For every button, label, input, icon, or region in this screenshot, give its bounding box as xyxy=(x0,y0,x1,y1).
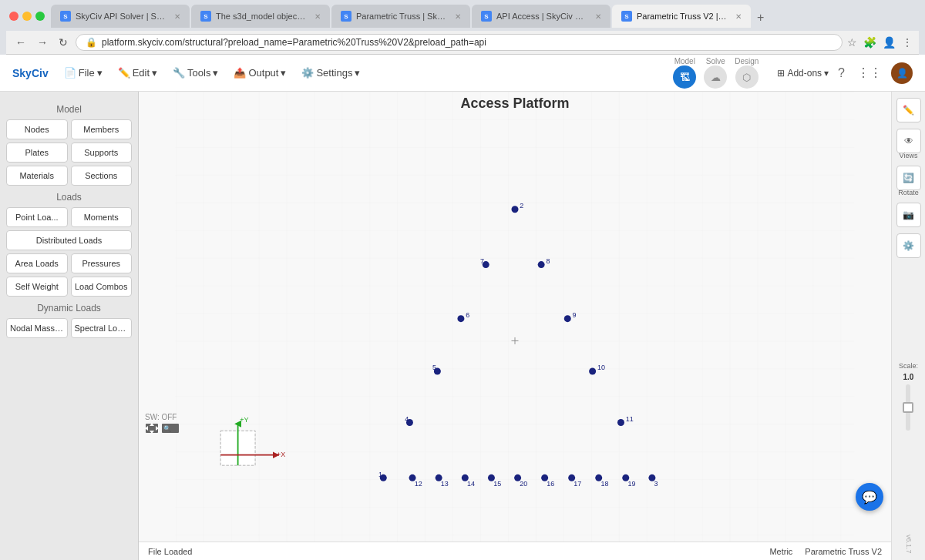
scale-value-display: 1.0 xyxy=(903,373,914,381)
pressures-button[interactable]: Pressures xyxy=(71,253,133,273)
avatar-initial: 👤 xyxy=(896,68,908,79)
node-10-dot[interactable] xyxy=(589,367,596,374)
tools-menu-button[interactable]: 🔧 Tools ▾ xyxy=(166,64,224,82)
tab-1-favicon: S xyxy=(60,11,71,22)
tab-3[interactable]: S Parametric Truss | SkyCiv ✕ xyxy=(331,5,470,28)
model-section-label: Model xyxy=(6,104,132,115)
reload-button[interactable]: ↻ xyxy=(56,35,71,50)
tab-4-close[interactable]: ✕ xyxy=(595,12,601,21)
point-loads-button[interactable]: Point Loa... xyxy=(6,207,68,227)
settings-button-wrapper: ⚙️ xyxy=(896,233,921,258)
tools-label: Tools xyxy=(187,67,210,79)
node-6-dot[interactable] xyxy=(457,315,464,322)
tab-3-favicon: S xyxy=(341,11,352,22)
canvas-settings-button[interactable]: ⚙️ xyxy=(896,233,921,258)
node-20-label: 20 xyxy=(520,480,527,488)
node-14-label: 14 xyxy=(467,480,475,488)
tab-1-close[interactable]: ✕ xyxy=(174,12,180,21)
new-tab-button[interactable]: + xyxy=(752,11,769,25)
rotate-button-wrapper: 🔄 Rotate xyxy=(896,166,921,196)
node-11-dot[interactable] xyxy=(617,419,624,426)
scale-slider[interactable] xyxy=(906,384,910,431)
distributed-loads-button[interactable]: Distributed Loads xyxy=(6,230,132,250)
output-menu-button[interactable]: 📤 Output ▾ xyxy=(227,64,292,82)
scale-section: Scale: 1.0 xyxy=(899,362,918,431)
tab-5-favicon: S xyxy=(621,11,632,22)
rotate-label: Rotate xyxy=(898,189,919,196)
profile-button[interactable]: 👤 xyxy=(883,36,896,49)
design-label: Design xyxy=(735,57,758,65)
supports-button[interactable]: Supports xyxy=(71,143,133,163)
tab-5[interactable]: S Parametric Truss V2 | SkyCiv ✕ xyxy=(612,5,751,28)
design-mode-button[interactable]: ⬡ xyxy=(735,65,758,89)
edit-menu-button[interactable]: ✏️ Edit ▾ xyxy=(112,64,163,82)
model-mode-button[interactable]: 🏗 xyxy=(673,65,696,89)
sw-indicator: SW: OFF xyxy=(145,413,180,434)
forward-button[interactable]: → xyxy=(34,35,51,50)
lock-icon: 🔒 xyxy=(86,37,97,48)
node-9-dot[interactable] xyxy=(564,315,571,322)
node-4-label: 4 xyxy=(405,415,409,423)
address-bar[interactable]: 🔒 platform.skyciv.com/structural?preload… xyxy=(76,34,843,51)
moments-button[interactable]: Moments xyxy=(71,207,133,227)
help-button[interactable]: ? xyxy=(835,63,848,83)
maximize-window-btn[interactable] xyxy=(35,12,45,21)
user-avatar[interactable]: 👤 xyxy=(891,62,913,84)
loads-buttons-row4: Self Weight Load Combos xyxy=(6,277,132,297)
self-weight-button[interactable]: Self Weight xyxy=(6,277,68,297)
node-8-dot[interactable] xyxy=(538,261,545,268)
dynamic-buttons: Nodal Masses Spectral Loads xyxy=(6,318,132,338)
sections-button[interactable]: Sections xyxy=(71,166,133,186)
model-name-status: Parametric Truss V2 xyxy=(805,547,882,556)
views-button[interactable]: 👁 xyxy=(896,129,921,153)
tab-5-close[interactable]: ✕ xyxy=(735,12,742,21)
tab-3-close[interactable]: ✕ xyxy=(455,12,461,21)
spectral-loads-button[interactable]: Spectral Loads xyxy=(71,318,133,338)
rotate-button[interactable]: 🔄 xyxy=(896,166,921,190)
output-chevron: ▾ xyxy=(281,67,286,79)
tab-2-close[interactable]: ✕ xyxy=(314,12,321,21)
browser-top: S SkyCiv API Solver | SkyCiv Pl... ✕ S T… xyxy=(0,0,925,55)
node-16-label: 16 xyxy=(547,480,554,488)
tab-3-label: Parametric Truss | SkyCiv xyxy=(356,12,447,21)
node-19-label: 19 xyxy=(627,480,635,488)
node-7-label: 7 xyxy=(480,257,484,265)
solve-mode-button[interactable]: ☁ xyxy=(704,65,727,89)
scale-text-label: Scale: xyxy=(899,362,918,370)
file-chevron: ▾ xyxy=(97,67,103,79)
tab-1-label: SkyCiv API Solver | SkyCiv Pl... xyxy=(76,12,166,21)
addons-button[interactable]: ⊞ Add-ons ▾ xyxy=(777,68,829,79)
browser-menu-button[interactable]: ⋮ xyxy=(902,36,913,49)
tab-2[interactable]: S The s3d_model object | SkyC... ✕ xyxy=(191,5,330,28)
screenshot-button[interactable]: 📷 xyxy=(896,203,921,227)
node-2-dot[interactable] xyxy=(512,206,519,213)
settings-label: Settings xyxy=(316,67,352,79)
extensions-button[interactable]: 🧩 xyxy=(863,36,876,49)
area-loads-button[interactable]: Area Loads xyxy=(6,253,68,273)
tab-4[interactable]: S API Access | SkyCiv Platform ✕ xyxy=(472,5,610,28)
chat-bubble-button[interactable]: 💬 xyxy=(856,483,883,511)
nodes-button[interactable]: Nodes xyxy=(6,119,68,139)
canvas-area[interactable]: Access Platform xyxy=(139,92,891,542)
back-button[interactable]: ← xyxy=(12,35,29,50)
chat-icon: 💬 xyxy=(862,490,877,505)
materials-button[interactable]: Materials xyxy=(6,166,68,186)
load-combos-button[interactable]: Load Combos xyxy=(71,277,133,297)
close-window-btn[interactable] xyxy=(9,12,18,21)
svg-text:🔍: 🔍 xyxy=(163,424,171,432)
dynamic-section-label: Dynamic Loads xyxy=(6,303,132,314)
settings-menu-button[interactable]: ⚙️ Settings ▾ xyxy=(295,64,366,82)
bookmark-button[interactable]: ☆ xyxy=(847,36,857,49)
edit-tool-button[interactable]: ✏️ xyxy=(896,98,921,122)
tab-1[interactable]: S SkyCiv API Solver | SkyCiv Pl... ✕ xyxy=(51,5,190,28)
grid-icon: ⊞ xyxy=(777,68,785,79)
scale-slider-thumb[interactable] xyxy=(903,402,913,413)
apps-button[interactable]: ⋮⋮ xyxy=(854,62,885,83)
file-loaded-status: File Loaded xyxy=(148,547,193,556)
edit-icon: ✏️ xyxy=(118,67,130,79)
plates-button[interactable]: Plates xyxy=(6,143,68,163)
minimize-window-btn[interactable] xyxy=(22,12,32,21)
nodal-masses-button[interactable]: Nodal Masses xyxy=(6,318,68,338)
members-button[interactable]: Members xyxy=(71,119,133,139)
file-menu-button[interactable]: 📄 File ▾ xyxy=(58,64,109,82)
